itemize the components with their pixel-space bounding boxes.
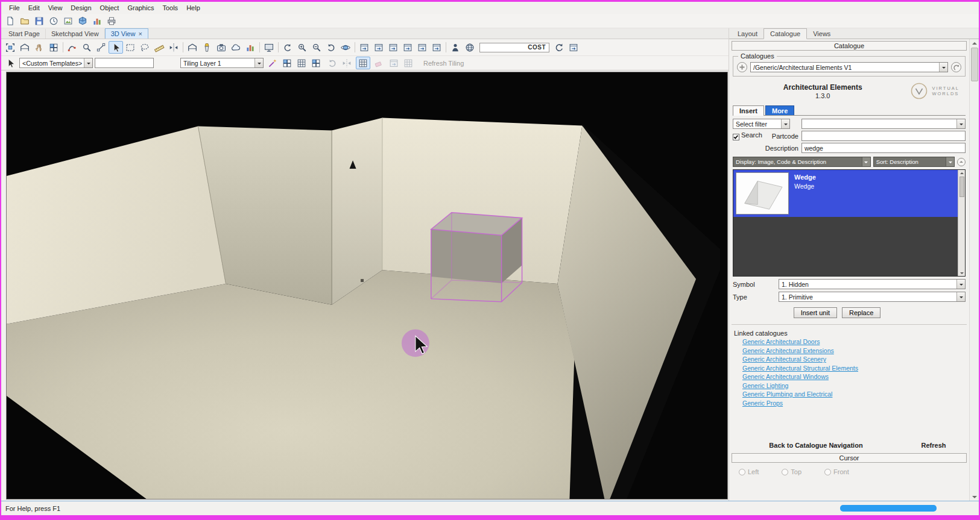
partcode-input[interactable] xyxy=(801,131,966,141)
node-edit-icon[interactable] xyxy=(94,41,109,54)
camera-icon[interactable] xyxy=(214,41,229,54)
search-checkbox[interactable] xyxy=(733,134,739,140)
print-icon[interactable] xyxy=(104,14,119,27)
doc-tab-sketchpad-view[interactable]: Sketchpad View xyxy=(46,29,105,39)
result-item-wedge[interactable]: WedgeWedge xyxy=(733,170,958,217)
tile-wall-left-icon[interactable] xyxy=(280,57,294,69)
linked-catalogue-generic-architectural-scenery[interactable]: Generic Architectural Scenery xyxy=(742,356,964,363)
curve-tool-icon[interactable] xyxy=(65,41,80,54)
measure-tool-icon[interactable] xyxy=(152,41,166,54)
add-catalogue-button[interactable] xyxy=(737,62,747,72)
menu-graphics[interactable]: Graphics xyxy=(123,3,158,13)
render-cloud-icon[interactable] xyxy=(229,41,243,54)
orbit-view-icon[interactable] xyxy=(338,41,353,54)
collapse-results-button[interactable] xyxy=(957,158,966,166)
linked-catalogue-generic-lighting[interactable]: Generic Lighting xyxy=(742,382,964,389)
search-toggle[interactable]: Search xyxy=(733,131,762,141)
zoom-window-icon[interactable] xyxy=(309,41,324,54)
save-icon[interactable] xyxy=(32,14,46,27)
linked-catalogue-generic-architectural-doors[interactable]: Generic Architectural Doors xyxy=(742,338,964,345)
doc-tab-start-page[interactable]: Start Page xyxy=(3,29,46,39)
viewport-3d[interactable] xyxy=(6,72,728,500)
display-mode-combo[interactable]: Display: Image, Code & Description xyxy=(733,157,871,167)
catalogue-path-combo[interactable]: /Generic/Architectural Elements V1 xyxy=(750,62,948,72)
scrollbar-thumb[interactable] xyxy=(959,177,964,197)
panel-tab-catalogue[interactable]: Catalogue xyxy=(763,28,807,39)
tile-grid-icon[interactable] xyxy=(356,57,370,69)
wall-tool-icon[interactable] xyxy=(17,41,32,54)
symbol-combo[interactable]: 1. Hidden xyxy=(779,279,966,289)
linked-catalogue-generic-architectural-windows[interactable]: Generic Architectural Windows xyxy=(742,373,964,380)
tab-insert[interactable]: Insert xyxy=(733,105,764,116)
report-chart-icon[interactable] xyxy=(90,14,104,27)
type-combo[interactable]: 1. Primitive xyxy=(779,292,966,302)
view-top-icon[interactable] xyxy=(415,41,429,54)
export-image-icon[interactable] xyxy=(61,14,75,27)
tiling-search-field[interactable] xyxy=(95,58,154,68)
recent-history-icon[interactable] xyxy=(46,14,61,27)
view-back-icon[interactable] xyxy=(371,41,386,54)
results-scrollbar[interactable] xyxy=(958,170,965,276)
doc-tab-3d-view[interactable]: 3D View× xyxy=(105,28,148,39)
menu-design[interactable]: Design xyxy=(66,3,95,13)
daylight-chart-icon[interactable] xyxy=(243,41,258,54)
walkthrough-icon[interactable] xyxy=(262,41,276,54)
linked-catalogue-generic-props[interactable]: Generic Props xyxy=(742,399,964,407)
tile-walls-icon[interactable] xyxy=(185,41,200,54)
description-input[interactable] xyxy=(801,143,966,153)
new-drawing-icon[interactable] xyxy=(3,14,17,27)
person-view-icon[interactable] xyxy=(448,41,463,54)
scroll-down-icon[interactable] xyxy=(959,269,965,276)
select-pointer-icon[interactable] xyxy=(109,41,123,54)
linked-catalogue-generic-architectural-extensions[interactable]: Generic Architectural Extensions xyxy=(742,347,964,354)
tile-wand-icon[interactable] xyxy=(265,57,280,69)
new-view-window-icon[interactable] xyxy=(566,41,581,54)
tiling-layer-combo[interactable]: Tiling Layer 1 xyxy=(180,58,264,68)
pan-hand-icon[interactable] xyxy=(32,41,46,54)
world-view-icon[interactable] xyxy=(463,41,477,54)
view-front-icon[interactable] xyxy=(357,41,371,54)
menu-file[interactable]: File xyxy=(5,3,24,13)
panel-tab-layout[interactable]: Layout xyxy=(732,29,763,39)
reload-catalogue-button[interactable] xyxy=(951,62,961,72)
tiling-pointer-icon[interactable] xyxy=(3,57,17,69)
menu-tools[interactable]: Tools xyxy=(158,3,182,13)
scroll-up-icon[interactable] xyxy=(970,39,979,48)
tile-wall-right-icon[interactable] xyxy=(309,57,323,69)
select-filter-combo[interactable]: Select filter xyxy=(733,119,790,129)
view-right-icon[interactable] xyxy=(400,41,415,54)
rotate-left-icon[interactable] xyxy=(280,41,295,54)
menu-help[interactable]: Help xyxy=(182,3,204,13)
replace-button[interactable]: Replace xyxy=(842,307,880,318)
selection-grid-icon[interactable] xyxy=(46,41,61,54)
filter-value-combo[interactable] xyxy=(801,119,966,129)
find-search-icon[interactable] xyxy=(80,41,94,54)
zoom-tool-icon[interactable] xyxy=(295,41,309,54)
rotate-right-icon[interactable] xyxy=(324,41,338,54)
refresh-button[interactable]: Refresh xyxy=(900,442,967,449)
spotlight-icon[interactable] xyxy=(200,41,214,54)
scroll-up-icon[interactable] xyxy=(959,170,965,177)
tile-wall-all-icon[interactable] xyxy=(294,57,309,69)
linked-catalogue-generic-plumbing-and-electrical[interactable]: Generic Plumbing and Electrical xyxy=(742,390,964,398)
cost-field[interactable]: COST xyxy=(479,43,549,52)
menu-edit[interactable]: Edit xyxy=(24,3,44,13)
close-tab-icon[interactable]: × xyxy=(138,31,142,37)
fit-extents-icon[interactable] xyxy=(3,41,17,54)
sort-combo[interactable]: Sort: Description xyxy=(873,157,955,167)
open-project-icon[interactable] xyxy=(17,14,32,27)
panel-scrollbar[interactable] xyxy=(969,39,979,501)
scroll-down-icon[interactable] xyxy=(970,492,979,501)
tab-more[interactable]: More xyxy=(765,105,794,115)
menu-view[interactable]: View xyxy=(44,3,67,13)
mirror-tool-icon[interactable] xyxy=(166,41,181,54)
scrollbar-thumb[interactable] xyxy=(971,48,978,81)
view-left-icon[interactable] xyxy=(386,41,400,54)
insert-unit-button[interactable]: Insert unit xyxy=(794,307,837,318)
view-plan-icon[interactable] xyxy=(429,41,444,54)
linked-catalogue-generic-architectural-structural-elements[interactable]: Generic Architectural Structural Element… xyxy=(742,365,964,372)
panel-tab-views[interactable]: Views xyxy=(807,29,836,39)
menu-object[interactable]: Object xyxy=(96,3,124,13)
refresh-view-icon[interactable] xyxy=(552,41,566,54)
template-combo[interactable]: <Custom Templates> xyxy=(19,58,93,68)
